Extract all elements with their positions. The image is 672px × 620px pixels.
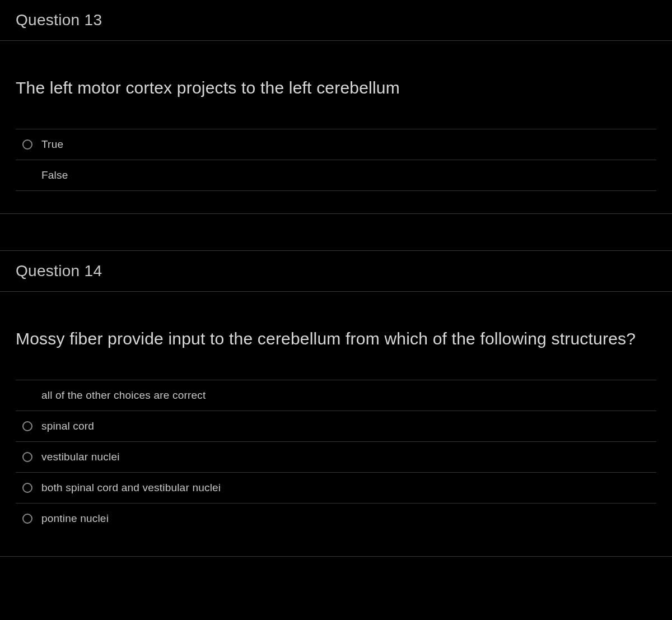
- answer-label: False: [41, 169, 68, 181]
- question-title: Question 13: [16, 11, 102, 29]
- answer-label: vestibular nuclei: [41, 451, 120, 463]
- radio-placeholder: [22, 170, 32, 180]
- question-text: The left motor cortex projects to the le…: [16, 73, 656, 102]
- answer-option-pontine[interactable]: pontine nuclei: [16, 503, 656, 534]
- answer-label: both spinal cord and vestibular nuclei: [41, 482, 221, 494]
- answer-label: True: [41, 138, 63, 151]
- radio-icon: [22, 139, 32, 150]
- answer-label: all of the other choices are correct: [41, 389, 206, 402]
- question-block-13: Question 13 The left motor cortex projec…: [0, 0, 672, 214]
- answer-option-false[interactable]: False: [16, 160, 656, 191]
- radio-icon: [22, 452, 32, 462]
- question-block-14: Question 14 Mossy fiber provide input to…: [0, 250, 672, 557]
- answer-option-both[interactable]: both spinal cord and vestibular nuclei: [16, 472, 656, 503]
- question-title: Question 14: [16, 262, 102, 280]
- answer-option-spinal-cord[interactable]: spinal cord: [16, 411, 656, 441]
- question-header: Question 13: [0, 0, 672, 41]
- answer-list: all of the other choices are correct spi…: [0, 380, 672, 556]
- question-body: The left motor cortex projects to the le…: [0, 41, 672, 129]
- section-gap: [0, 214, 672, 250]
- answer-list: True False: [0, 129, 672, 213]
- radio-icon: [22, 514, 32, 524]
- answer-option-vestibular[interactable]: vestibular nuclei: [16, 441, 656, 472]
- answer-option-all[interactable]: all of the other choices are correct: [16, 380, 656, 411]
- answer-label: pontine nuclei: [41, 512, 109, 525]
- status-badge: [614, 261, 656, 281]
- answer-option-true[interactable]: True: [16, 129, 656, 160]
- answer-label: spinal cord: [41, 420, 94, 432]
- question-text: Mossy fiber provide input to the cerebel…: [16, 324, 656, 353]
- radio-icon: [22, 421, 32, 431]
- question-header: Question 14: [0, 251, 672, 292]
- radio-icon: [22, 483, 32, 493]
- question-body: Mossy fiber provide input to the cerebel…: [0, 292, 672, 380]
- status-badge: [614, 10, 656, 30]
- radio-placeholder: [22, 390, 32, 400]
